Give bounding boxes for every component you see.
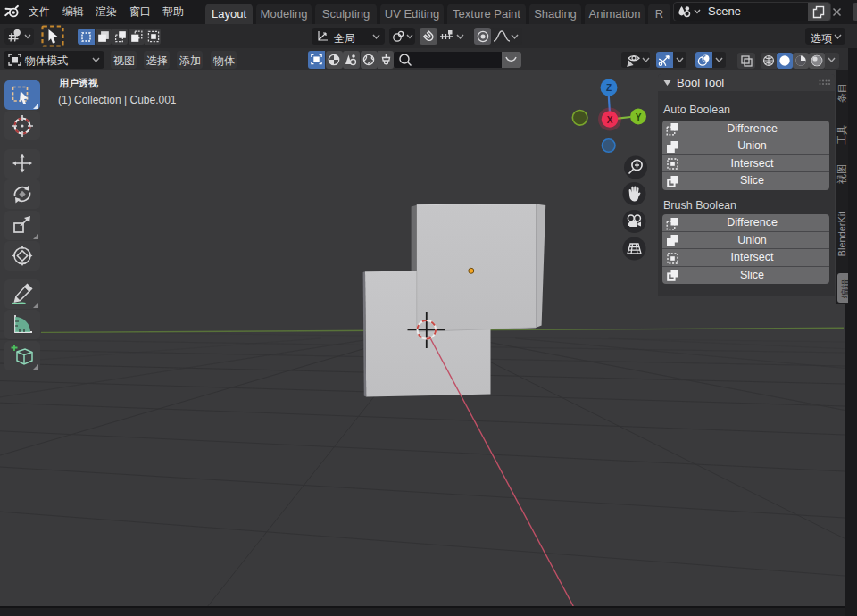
- svg-text:Y: Y: [636, 112, 642, 122]
- svg-text:X: X: [607, 115, 613, 125]
- svg-text:Z: Z: [606, 83, 612, 93]
